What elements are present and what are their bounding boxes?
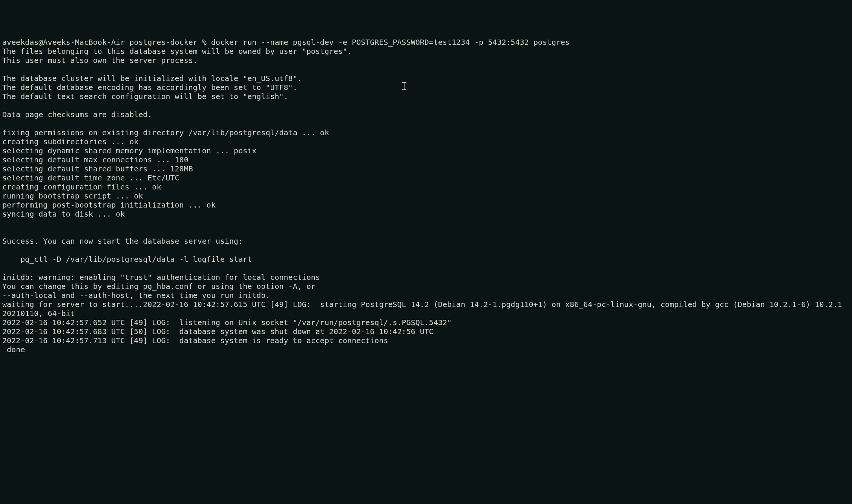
terminal-line: pg_ctl -D /var/lib/postgresql/data -l lo… <box>2 255 850 264</box>
terminal-line: selecting default max_connections ... 10… <box>2 155 850 164</box>
terminal-line: aveekdas@Aveeks-MacBook-Air postgres-doc… <box>2 38 850 47</box>
terminal-output[interactable]: aveekdas@Aveeks-MacBook-Air postgres-doc… <box>2 38 850 354</box>
terminal-line <box>2 246 850 255</box>
terminal-line: The files belonging to this database sys… <box>2 47 850 56</box>
terminal-line <box>2 228 850 237</box>
terminal-line: You can change this by editing pg_hba.co… <box>2 282 850 291</box>
terminal-line: done <box>2 345 850 354</box>
terminal-line: running bootstrap script ... ok <box>2 191 850 200</box>
terminal-line: The default database encoding has accord… <box>2 83 850 92</box>
terminal-line: 2022-02-16 10:42:57.683 UTC [50] LOG: da… <box>2 327 850 336</box>
terminal-line: 2022-02-16 10:42:57.713 UTC [49] LOG: da… <box>2 336 850 345</box>
terminal-line <box>2 218 850 228</box>
terminal-line: This user must also own the server proce… <box>2 56 850 65</box>
terminal-line: The default text search configuration wi… <box>2 92 850 101</box>
terminal-line: Success. You can now start the database … <box>2 237 850 246</box>
terminal-line: syncing data to disk ... ok <box>2 209 850 218</box>
terminal-line <box>2 119 850 128</box>
terminal-line: 2022-02-16 10:42:57.652 UTC [49] LOG: li… <box>2 318 850 327</box>
terminal-line: --auth-local and --auth-host, the next t… <box>2 291 850 300</box>
terminal-line: Data page checksums are disabled. <box>2 110 850 119</box>
terminal-line: initdb: warning: enabling "trust" authen… <box>2 273 850 282</box>
terminal-line <box>2 101 850 110</box>
terminal-line: waiting for server to start....2022-02-1… <box>2 300 850 318</box>
terminal-line: creating configuration files ... ok <box>2 182 850 191</box>
terminal-line: The database cluster will be initialized… <box>2 74 850 83</box>
terminal-line <box>2 264 850 273</box>
terminal-line: performing post-bootstrap initialization… <box>2 200 850 209</box>
terminal-line: selecting default shared_buffers ... 128… <box>2 164 850 173</box>
terminal-line: creating subdirectories ... ok <box>2 137 850 146</box>
terminal-line: selecting default time zone ... Etc/UTC <box>2 173 850 182</box>
terminal-line: fixing permissions on existing directory… <box>2 128 850 137</box>
terminal-line <box>2 65 850 74</box>
terminal-line: selecting dynamic shared memory implemen… <box>2 146 850 155</box>
